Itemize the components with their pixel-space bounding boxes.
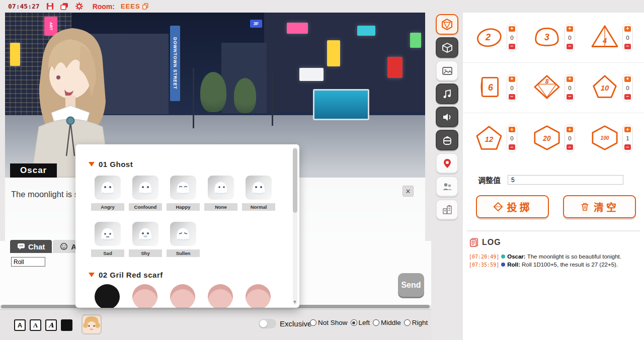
increment-button[interactable]: +: [624, 76, 631, 82]
scroll-down-icon[interactable]: [293, 301, 296, 304]
tool-room[interactable]: [436, 199, 458, 220]
decrement-button[interactable]: −: [509, 44, 515, 49]
decrement-button[interactable]: −: [624, 44, 631, 49]
modifier-label: 调整值: [478, 175, 501, 185]
d8-die-button[interactable]: 8: [532, 74, 562, 102]
roll-button[interactable]: 投掷: [476, 195, 549, 218]
scrollbar-thumb[interactable]: [293, 148, 297, 213]
emotion-row-2: Sad Shy Sullen: [95, 222, 299, 257]
decrement-button[interactable]: −: [509, 94, 515, 100]
users-icon: [442, 181, 453, 192]
emotion-tile[interactable]: [208, 284, 233, 308]
decrement-button[interactable]: −: [624, 94, 631, 100]
d20-die-button[interactable]: 20: [532, 125, 562, 152]
log-entries: [07:20:49] Oscar: The moonlight is so be…: [469, 253, 640, 268]
increment-button[interactable]: +: [567, 76, 573, 82]
radio-middle[interactable]: Middle: [373, 319, 401, 326]
die-d3: 3 + 0 −: [532, 24, 575, 52]
emotion-label: None: [204, 203, 237, 211]
d2-die-button[interactable]: 2: [474, 24, 504, 51]
exclusive-toggle[interactable]: [259, 319, 276, 328]
tool-image[interactable]: [436, 60, 458, 81]
d10-die-button[interactable]: 10: [590, 74, 620, 102]
emotion-tile[interactable]: Sad: [95, 222, 121, 257]
save-icon[interactable]: [46, 2, 54, 11]
decrement-button[interactable]: −: [624, 144, 631, 150]
copy-icon[interactable]: [142, 3, 148, 10]
font-style-buttons: A A A: [14, 319, 72, 331]
emotion-group-header-2[interactable]: 02 Gril Red scarf: [89, 270, 299, 279]
radio-left[interactable]: Left: [351, 319, 370, 326]
d8-count: 0: [568, 85, 571, 91]
character-avatar-button[interactable]: [82, 314, 102, 334]
chat-log-icon[interactable]: [60, 2, 69, 11]
increment-button[interactable]: +: [567, 26, 573, 32]
clear-button[interactable]: 清空: [563, 195, 636, 218]
d3-count: 0: [568, 35, 571, 41]
dice-panel: 2 + 0 − 3 + 0: [463, 13, 644, 340]
settings-gear-icon[interactable]: [75, 2, 84, 11]
top-bar: 07:45:27 Room: EEES: [0, 0, 433, 13]
svg-text:2: 2: [485, 32, 491, 42]
increment-button[interactable]: +: [624, 26, 631, 32]
message-input[interactable]: [11, 257, 45, 267]
room-name: EEES: [121, 3, 148, 10]
send-button[interactable]: Send: [398, 273, 424, 297]
close-icon[interactable]: ✕: [403, 186, 414, 197]
d100-die-button[interactable]: 100: [590, 125, 620, 152]
radio-not-show[interactable]: Not Show: [310, 319, 348, 326]
increment-button[interactable]: +: [509, 127, 515, 132]
d3-die-button[interactable]: 3: [532, 24, 562, 51]
modifier-input[interactable]: [508, 175, 623, 185]
emotion-group-header-1[interactable]: 01 Ghost: [89, 159, 299, 168]
increment-button[interactable]: +: [567, 127, 573, 132]
speaker-icon: [442, 112, 453, 123]
neon-sign-yellow: [327, 40, 340, 66]
d6-die-button[interactable]: 6: [474, 74, 504, 102]
tool-players[interactable]: [436, 176, 458, 197]
emotion-tile[interactable]: [246, 284, 271, 308]
tool-music[interactable]: [436, 83, 458, 104]
tool-dice[interactable]: [436, 14, 458, 35]
font-style-button-1[interactable]: A: [14, 319, 26, 331]
emotion-tile[interactable]: Shy: [132, 222, 158, 257]
emotion-tile[interactable]: [170, 284, 195, 308]
emotion-tile[interactable]: Angry: [95, 176, 121, 211]
dice-action-buttons: 投掷 清空: [476, 195, 644, 218]
tab-chat[interactable]: Chat: [10, 240, 52, 253]
color-swatch-button[interactable]: [61, 319, 72, 331]
log-speaker: Oscar:: [507, 253, 525, 260]
trash-icon: [580, 202, 590, 212]
d4-die-button[interactable]: 4: [590, 24, 620, 51]
radio-right[interactable]: Right: [404, 319, 428, 326]
emotion-tile[interactable]: None: [208, 176, 234, 211]
font-style-button-2[interactable]: A: [30, 319, 41, 331]
tool-sound[interactable]: [436, 107, 458, 127]
decrement-button[interactable]: −: [509, 144, 515, 150]
tool-scene[interactable]: [436, 37, 458, 58]
d20-dice-icon: [441, 19, 453, 30]
tool-inventory[interactable]: [436, 130, 458, 150]
d20-stepper: + 0 −: [565, 124, 575, 152]
decrement-button[interactable]: −: [567, 94, 573, 100]
avatar-image: [83, 315, 101, 333]
emotion-tile[interactable]: Sullen: [170, 222, 196, 257]
decrement-button[interactable]: −: [567, 44, 573, 49]
increment-button[interactable]: +: [624, 127, 631, 132]
decrement-button[interactable]: −: [567, 144, 573, 150]
emotion-tile[interactable]: [95, 284, 120, 308]
tool-map[interactable]: [436, 153, 458, 174]
emotion-tile[interactable]: Happy: [170, 176, 196, 211]
popup-scrollbar[interactable]: [293, 147, 297, 305]
d100-count: 1: [626, 135, 629, 141]
log-header: LOG: [469, 237, 640, 247]
emotion-tile[interactable]: Normal: [246, 176, 272, 211]
d12-count: 0: [510, 135, 513, 141]
font-style-button-3[interactable]: A: [45, 319, 57, 331]
increment-button[interactable]: +: [509, 76, 515, 82]
emotion-tile[interactable]: [132, 284, 157, 308]
toggle-knob: [260, 320, 267, 327]
emotion-tile[interactable]: Confound: [132, 176, 158, 211]
increment-button[interactable]: +: [509, 26, 515, 32]
d12-die-button[interactable]: 12: [474, 125, 504, 152]
